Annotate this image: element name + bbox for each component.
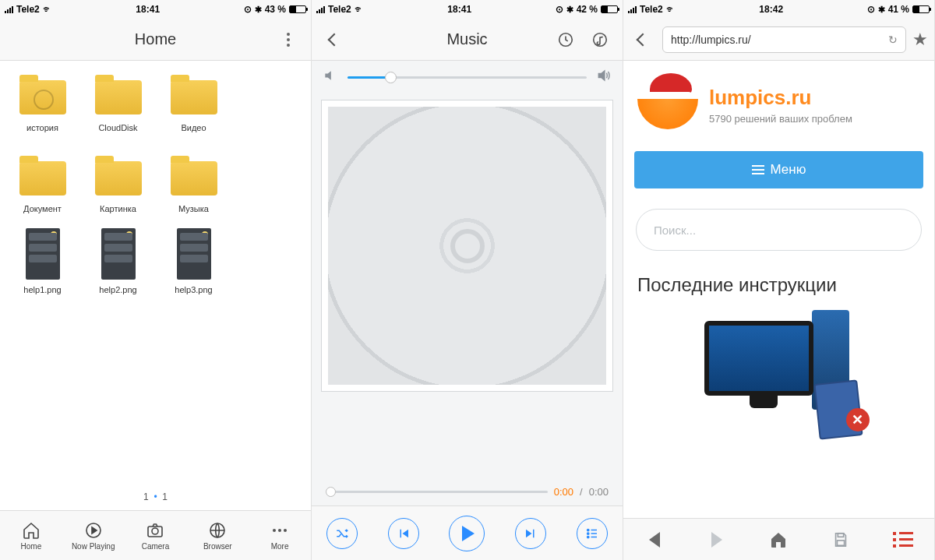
article-image[interactable]: ✕ xyxy=(678,304,880,436)
page-title: Home xyxy=(0,30,311,48)
floppy-icon xyxy=(832,531,849,548)
globe-icon xyxy=(189,520,245,541)
folder-icon xyxy=(19,161,66,195)
dots-vertical-icon xyxy=(287,33,290,47)
speaker-low-icon xyxy=(323,68,338,86)
clock: 18:41 xyxy=(447,4,471,15)
wifi-icon: ᯤ xyxy=(43,4,52,15)
search-input[interactable]: Поиск... xyxy=(636,209,922,251)
history-button[interactable] xyxy=(552,26,579,53)
list-icon xyxy=(585,527,599,541)
folder-document[interactable]: Документ xyxy=(5,153,80,213)
svg-rect-9 xyxy=(838,533,844,537)
url-field[interactable]: http://lumpics.ru/ ↻ xyxy=(662,26,906,53)
battery-percent: 42 % xyxy=(577,4,598,15)
screen-home: Tele2 ᯤ 18:41 ⊙ ✱ 43 % Home история Clou… xyxy=(0,0,312,560)
error-badge-icon: ✕ xyxy=(846,408,870,431)
shuffle-icon xyxy=(335,527,349,541)
play-circle-icon xyxy=(65,520,122,541)
playlist-button[interactable] xyxy=(577,518,608,549)
more-icon xyxy=(252,520,308,541)
browser-url-bar: http://lumpics.ru/ ↻ ★ xyxy=(623,19,934,61)
disc-icon xyxy=(328,107,606,385)
camera-icon xyxy=(127,520,183,541)
bluetooth-icon: ✱ xyxy=(255,5,262,15)
speaker-high-icon xyxy=(596,68,612,86)
folder-picture[interactable]: Картинка xyxy=(80,153,156,213)
carrier-label: Tele2 xyxy=(16,4,40,15)
folder-icon xyxy=(19,80,66,114)
home-icon xyxy=(3,520,59,541)
menu-button[interactable]: Меню xyxy=(634,151,923,188)
skip-next-icon xyxy=(524,527,538,541)
list-icon xyxy=(893,532,913,548)
time-total: 0:00 xyxy=(589,486,609,498)
save-button[interactable] xyxy=(830,529,852,551)
prev-button[interactable] xyxy=(388,518,419,549)
clock: 18:41 xyxy=(136,4,160,15)
home-icon xyxy=(769,530,788,549)
svg-rect-10 xyxy=(838,540,845,544)
nav-home-button[interactable] xyxy=(767,529,789,551)
screen-browser: Tele2 ᯤ 18:42 ⊙ ✱ 41 % http://lumpics.ru… xyxy=(623,0,935,560)
site-logo-icon xyxy=(637,75,698,136)
file-grid: история CloudDisk Видео Документ Картинк… xyxy=(0,61,311,485)
skip-prev-icon xyxy=(397,527,411,541)
pager: 1 • 1 xyxy=(0,485,311,510)
volume-slider[interactable] xyxy=(348,76,587,79)
status-bar: Tele2 ᯤ 18:41 ⊙ ✱ 42 % xyxy=(312,0,623,19)
file-help1[interactable]: help1.png xyxy=(5,234,80,294)
alarm-icon: ⊙ xyxy=(244,4,252,15)
signal-icon xyxy=(5,5,13,13)
folder-music[interactable]: Музыка xyxy=(156,153,231,213)
svg-point-2 xyxy=(152,528,158,534)
seek-row: 0:00/0:00 xyxy=(312,486,623,505)
menu-button[interactable] xyxy=(275,26,302,53)
nav-forward-button[interactable] xyxy=(706,529,728,551)
bluetooth-icon: ✱ xyxy=(566,5,573,15)
battery-icon xyxy=(289,5,306,13)
file-help2[interactable]: help2.png xyxy=(80,234,156,294)
site-header: lumpics.ru 5790 решений ваших проблем xyxy=(623,61,934,140)
chevron-left-icon xyxy=(328,33,341,46)
nav-back-button[interactable] xyxy=(644,529,665,551)
hamburger-icon xyxy=(752,165,764,174)
folder-clouddisk[interactable]: CloudDisk xyxy=(80,72,156,132)
bookmark-button[interactable]: ★ xyxy=(912,30,928,50)
next-button[interactable] xyxy=(515,518,546,549)
alarm-icon: ⊙ xyxy=(556,4,563,15)
folder-history[interactable]: история xyxy=(5,72,80,132)
browser-toolbar xyxy=(623,518,934,560)
seek-slider[interactable] xyxy=(326,491,548,493)
site-title: lumpics.ru xyxy=(709,86,852,110)
battery-percent: 43 % xyxy=(265,4,286,15)
bookmarks-list-button[interactable] xyxy=(892,529,914,551)
carrier-label: Tele2 xyxy=(640,4,663,15)
play-button[interactable] xyxy=(449,516,485,551)
tab-browser[interactable]: Browser xyxy=(189,520,245,551)
battery-icon xyxy=(601,5,618,13)
status-bar: Tele2 ᯤ 18:42 ⊙ ✱ 41 % xyxy=(623,0,934,19)
image-thumb-icon xyxy=(101,228,136,280)
back-button[interactable] xyxy=(630,26,656,53)
svg-point-6 xyxy=(587,529,588,530)
tab-home[interactable]: Home xyxy=(3,520,59,551)
file-help3[interactable]: help3.png xyxy=(156,234,231,294)
web-content[interactable]: lumpics.ru 5790 решений ваших проблем Ме… xyxy=(623,61,934,518)
reload-icon[interactable]: ↻ xyxy=(888,33,898,46)
back-button[interactable] xyxy=(321,26,348,53)
url-text: http://lumpics.ru/ xyxy=(671,33,751,46)
search-placeholder: Поиск... xyxy=(654,224,696,237)
folder-icon xyxy=(171,80,217,114)
tab-camera[interactable]: Camera xyxy=(127,520,183,551)
songs-button[interactable] xyxy=(587,26,613,53)
alarm-icon: ⊙ xyxy=(867,4,875,15)
time-current: 0:00 xyxy=(554,486,573,498)
folder-video[interactable]: Видео xyxy=(156,72,231,132)
tab-now-playing[interactable]: Now Playing xyxy=(65,520,122,551)
battery-icon xyxy=(912,5,930,13)
chevron-left-icon xyxy=(637,33,650,46)
shuffle-button[interactable] xyxy=(326,518,358,549)
tab-more[interactable]: More xyxy=(252,520,308,551)
wifi-icon: ᯤ xyxy=(666,4,676,15)
